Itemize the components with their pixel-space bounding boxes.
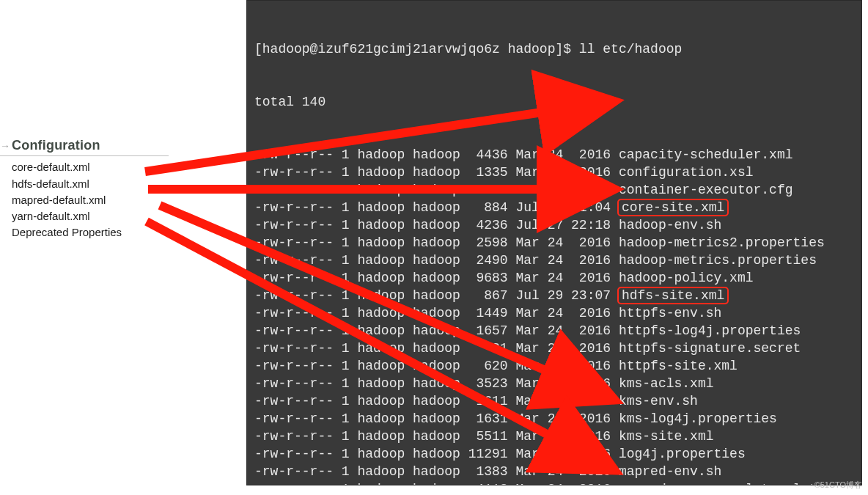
file-name: core-site.xml xyxy=(617,199,729,216)
file-name: kms-acls.xml xyxy=(619,376,714,391)
config-sidebar: → Configuration core-default.xmlhdfs-def… xyxy=(0,136,169,241)
file-name: configuration.xsl xyxy=(619,165,754,180)
file-row: -rw-r--r-- 1 hadoop hadoop 5511 Mar 24 2… xyxy=(254,428,854,445)
config-item[interactable]: hdfs-default.xml xyxy=(12,176,169,192)
file-row: -rw-r--r-- 1 hadoop hadoop 884 Jul 29 11… xyxy=(254,199,854,216)
file-row: -rw-r--r-- 1 hadoop hadoop 1383 Mar 24 2… xyxy=(254,463,854,480)
prompt-line: [hadoop@izuf621gcimj21arvwjqo6z hadoop]$… xyxy=(254,40,854,58)
file-row: -rw-r--r-- 1 hadoop hadoop 4436 Mar 24 2… xyxy=(254,146,854,164)
file-row: -rw-r--r-- 1 hadoop hadoop 2598 Mar 24 2… xyxy=(254,234,854,252)
file-row: -rw-r--r-- 1 hadoop hadoop 1449 Mar 24 2… xyxy=(254,304,854,322)
file-name: kms-env.sh xyxy=(619,394,698,408)
file-name: mapred-env.sh xyxy=(619,464,721,479)
config-item[interactable]: yarn-default.xml xyxy=(12,208,169,224)
file-name: httpfs-signature.secret xyxy=(619,341,801,356)
file-row: -rw-r--r-- 1 hadoop hadoop 21 Mar 24 201… xyxy=(254,340,854,357)
file-row: -rw-r--r-- 1 hadoop hadoop 620 Mar 24 20… xyxy=(254,357,854,375)
config-items: core-default.xmlhdfs-default.xmlmapred-d… xyxy=(0,159,169,241)
file-row: -rw-r--r-- 1 hadoop hadoop 4113 Mar 24 2… xyxy=(254,480,854,485)
file-name: hdfs-site.xml xyxy=(617,287,729,304)
file-row: -rw-r--r-- 1 hadoop hadoop 2490 Mar 24 2… xyxy=(254,252,854,269)
file-row: -rw-r--r-- 1 hadoop hadoop 3523 Mar 24 2… xyxy=(254,375,854,392)
file-name: hadoop-env.sh xyxy=(619,218,721,232)
file-name: httpfs-env.sh xyxy=(619,306,721,320)
config-item[interactable]: Deprecated Properties xyxy=(12,224,169,241)
file-name: container-executor.cfg xyxy=(619,183,793,197)
watermark: ©51CTO博客 xyxy=(814,480,862,491)
file-row: -rw-r--r-- 1 hadoop hadoop 1611 Mar 24 2… xyxy=(254,392,854,410)
file-name: hadoop-metrics.properties xyxy=(619,253,817,268)
file-name: kms-log4j.properties xyxy=(619,411,777,426)
total-line: total 140 xyxy=(254,93,854,111)
config-heading: Configuration xyxy=(12,136,100,154)
file-row: -rw-r--r-- 1 hadoop hadoop 4236 Jul 27 2… xyxy=(254,216,854,234)
file-row: -rw-r--r-- 1 hadoop hadoop 1631 Mar 24 2… xyxy=(254,410,854,428)
config-item[interactable]: mapred-default.xml xyxy=(12,192,169,208)
file-row: -rw-r--r-- 1 hadoop hadoop 1657 Mar 24 2… xyxy=(254,322,854,340)
file-name: mapred-queues.xml.template xyxy=(619,482,825,485)
file-row: -rw-r--r-- 1 hadoop hadoop 318 Mar 24 20… xyxy=(254,181,854,199)
terminal[interactable]: [hadoop@izuf621gcimj21arvwjqo6z hadoop]$… xyxy=(246,0,862,485)
file-row: -rw-r--r-- 1 hadoop hadoop 9683 Mar 24 2… xyxy=(254,269,854,287)
file-row: -rw-r--r-- 1 hadoop hadoop 867 Jul 29 23… xyxy=(254,287,854,304)
config-item[interactable]: core-default.xml xyxy=(12,159,169,175)
file-row: -rw-r--r-- 1 hadoop hadoop 1335 Mar 24 2… xyxy=(254,164,854,181)
file-row: -rw-r--r-- 1 hadoop hadoop 11291 Mar 24 … xyxy=(254,445,854,463)
file-name: kms-site.xml xyxy=(619,429,714,444)
file-name: hadoop-metrics2.properties xyxy=(619,235,825,250)
file-name: httpfs-site.xml xyxy=(619,359,738,373)
file-name: httpfs-log4j.properties xyxy=(619,323,801,338)
config-heading-row: → Configuration xyxy=(0,136,169,156)
file-name: log4j.properties xyxy=(619,447,746,461)
file-name: capacity-scheduler.xml xyxy=(619,147,793,162)
file-name: hadoop-policy.xml xyxy=(619,271,754,285)
arrow-right-icon: → xyxy=(0,139,12,153)
